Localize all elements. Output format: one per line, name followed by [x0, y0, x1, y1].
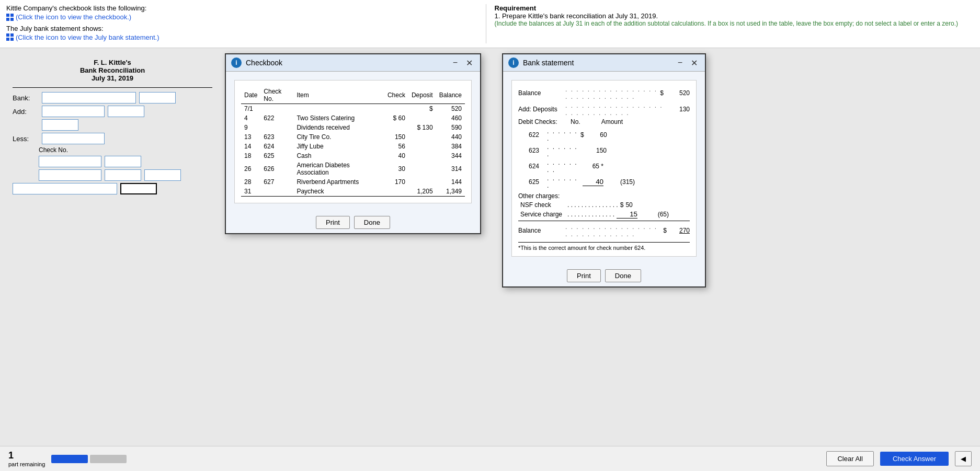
bank-statement-close-button[interactable]: ✕ — [689, 58, 700, 68]
bs-check-624-dots: . . . . . . . . — [547, 159, 578, 174]
table-cell: 28 — [241, 177, 260, 187]
bs-check-623-no: 623 — [529, 147, 547, 154]
check-answer-button[interactable]: Check Answer — [880, 452, 949, 466]
progress-empty — [90, 455, 127, 463]
less-label: Less: — [13, 135, 39, 143]
bs-balance-amount: 520 — [664, 89, 690, 97]
less-input[interactable] — [42, 133, 105, 144]
checkbook-print-button[interactable]: Print — [316, 216, 350, 229]
table-row: 14624Jiffy Lube56384 — [241, 142, 465, 151]
table-cell: 7/1 — [241, 104, 260, 114]
check-input-3b[interactable] — [120, 183, 157, 194]
bank-statement-print-button[interactable]: Print — [567, 269, 601, 282]
bs-balance2-dollar: $ — [663, 227, 667, 234]
bs-nsf-dots: . . . . . . . . . . . . . . . — [567, 201, 618, 209]
checkbook-minimize-button[interactable]: − — [451, 58, 460, 67]
progress-bar — [51, 455, 127, 463]
checkbook-icon-link[interactable]: (Click the icon to view the checkbook.) — [6, 13, 131, 21]
table-cell: $ 130 — [408, 123, 436, 132]
table-cell — [408, 132, 436, 142]
checkbook-table-container: Date Check No. Item Check Deposit Balanc… — [234, 80, 472, 203]
table-cell: 1,349 — [436, 187, 465, 197]
table-cell — [293, 104, 384, 114]
bs-check-622-amount: 60 — [586, 131, 607, 139]
svg-rect-1 — [10, 14, 14, 17]
bs-service-input-container — [617, 210, 637, 219]
checkbook-done-button[interactable]: Done — [354, 216, 390, 229]
check-input-1b[interactable] — [105, 156, 141, 167]
clear-all-button[interactable]: Clear All — [826, 451, 873, 466]
part-number: 1 — [8, 450, 45, 461]
bs-check-625-no: 625 — [529, 178, 547, 186]
top-section: Kittle Company's checkbook lists the fol… — [0, 0, 980, 48]
form-company: F. L. Kittle's — [13, 59, 212, 66]
progress-filled — [51, 455, 88, 463]
table-cell: 625 — [260, 151, 293, 160]
col-checkno: Check No. — [260, 87, 293, 104]
bs-balance2-row: Balance . . . . . . . . . . . . . . . . … — [518, 221, 690, 238]
bank-statement-minimize-button[interactable]: − — [676, 58, 685, 67]
bs-check-625-input-container — [583, 178, 603, 186]
add-input-2[interactable] — [108, 106, 144, 117]
bs-check-625: 625 . . . . . . . (315) — [529, 175, 690, 189]
bank-statement-info-icon: i — [508, 58, 519, 68]
bank-input-2[interactable] — [139, 92, 176, 104]
bs-check-622-dots: . . . . . . . — [547, 128, 578, 142]
check-input-1a[interactable] — [39, 156, 101, 167]
table-cell: 40 — [384, 151, 408, 160]
bs-service-input[interactable] — [617, 210, 637, 219]
bs-balance-row: Balance . . . . . . . . . . . . . . . . … — [518, 86, 690, 100]
check-input-2a[interactable] — [39, 169, 101, 181]
bank-rec-form: F. L. Kittle's Bank Reconciliation July … — [0, 48, 225, 456]
bs-note: *This is the correct amount for check nu… — [518, 242, 690, 251]
intro-text: Kittle Company's checkbook lists the fol… — [6, 4, 486, 12]
bs-check-625-input[interactable] — [583, 178, 603, 186]
add-sub-row — [13, 119, 212, 131]
table-cell: 314 — [436, 160, 465, 177]
bs-check-623: 623 . . . . . . . 150 — [529, 143, 690, 158]
table-cell: 623 — [260, 132, 293, 142]
bs-nsf-dollar: $ — [620, 201, 624, 209]
check-row-3 — [13, 183, 212, 194]
bs-debit-checks-label: Debit Checks: — [518, 118, 565, 125]
form-title: Bank Reconciliation — [13, 66, 212, 74]
add-row: Add: — [13, 106, 212, 117]
bs-balance-dollar: $ — [660, 89, 664, 97]
bs-nsf-label: NSF check — [520, 201, 567, 209]
check-input-3a[interactable] — [13, 183, 117, 194]
table-cell: 440 — [436, 132, 465, 142]
bs-check-624: 624 . . . . . . . . 65 * — [529, 159, 690, 174]
bank-statement-icon-link[interactable]: (Click the icon to view the July bank st… — [6, 33, 159, 41]
table-cell — [408, 142, 436, 151]
bank-statement-modal-title: Bank statement — [523, 59, 671, 67]
bs-add-deposits-dots: . . . . . . . . . . . . . . . . . . . . … — [565, 102, 664, 117]
svg-rect-7 — [10, 38, 14, 41]
bs-balance2-dots: . . . . . . . . . . . . . . . . . . . . … — [565, 223, 661, 238]
next-arrow-button[interactable]: ◀ — [955, 451, 972, 466]
table-cell: 626 — [260, 160, 293, 177]
check-input-2b[interactable] — [105, 169, 141, 181]
top-left: Kittle Company's checkbook lists the fol… — [6, 4, 486, 43]
bs-checks-no-header: No. — [571, 118, 580, 125]
bs-add-deposits-label: Add: Deposits — [518, 106, 565, 113]
checkbook-close-button[interactable]: ✕ — [464, 58, 475, 68]
add-sub-input[interactable] — [42, 119, 78, 131]
svg-rect-0 — [6, 14, 9, 17]
table-cell: 590 — [436, 123, 465, 132]
bank-input-1[interactable] — [42, 92, 136, 104]
bs-service-dots: . . . . . . . . . . . . . . — [567, 211, 614, 218]
bs-balance2-amount: 270 — [669, 227, 690, 234]
bank-statement-done-button[interactable]: Done — [605, 269, 641, 282]
add-input-1[interactable] — [42, 106, 105, 117]
bank-statement-modal-header: i Bank statement − ✕ — [503, 54, 705, 72]
part-remaining-text: part remaining — [8, 461, 45, 467]
table-cell: 520 — [436, 104, 465, 114]
bank-row: Bank: — [13, 92, 212, 104]
bs-check-622: 622 . . . . . . . $ 60 — [529, 128, 690, 142]
table-cell: 170 — [384, 177, 408, 187]
bs-check-622-no: 622 — [529, 131, 547, 139]
table-cell: 627 — [260, 177, 293, 187]
bs-balance-dots: . . . . . . . . . . . . . . . . . . . . … — [565, 86, 658, 100]
svg-rect-5 — [10, 33, 14, 37]
check-input-2c[interactable] — [144, 169, 181, 181]
